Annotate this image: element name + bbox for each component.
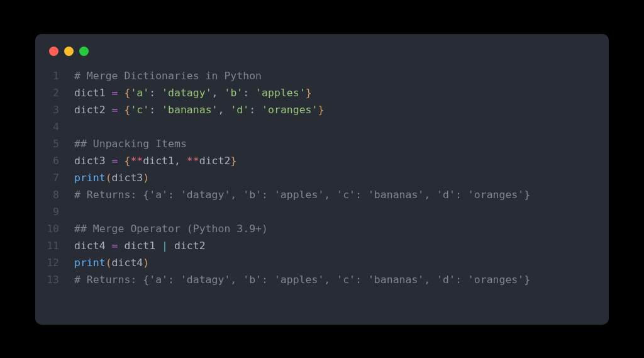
code-line: 3dict2 = {'c': 'bananas', 'd': 'oranges'… (35, 101, 609, 118)
code-line: 7print(dict3) (35, 169, 609, 186)
line-number: 6 (35, 152, 74, 169)
token-str: 'a' (130, 87, 149, 99)
code-content: # Returns: {'a': 'datagy', 'b': 'apples'… (74, 271, 530, 288)
code-line: 12print(dict4) (35, 254, 609, 271)
titlebar (35, 34, 609, 65)
token-str: 'c' (130, 104, 149, 116)
line-number: 3 (35, 101, 74, 118)
token-punc: : (249, 104, 262, 116)
token-def: dict2 (168, 240, 206, 252)
token-def: dict2 (199, 155, 231, 167)
line-number: 4 (35, 118, 74, 135)
token-comment: # Merge Dictionaries in Python (74, 70, 262, 82)
token-brace: ) (143, 257, 149, 269)
line-number: 7 (35, 169, 74, 186)
token-punc: , (218, 104, 231, 116)
token-comment: # Returns: {'a': 'datagy', 'b': 'apples'… (74, 189, 530, 201)
token-fn: print (74, 257, 106, 269)
token-brace: { (124, 155, 130, 167)
token-def: dict3 (112, 172, 143, 184)
token-str: 'oranges' (262, 104, 318, 116)
code-content: dict3 = {**dict1, **dict2} (74, 152, 236, 169)
code-editor[interactable]: 1# Merge Dictionaries in Python2dict1 = … (35, 65, 609, 301)
code-content: ## Unpacking Items (74, 135, 187, 152)
token-pipe: | (162, 240, 168, 252)
code-line: 10## Merge Operator (Python 3.9+) (35, 220, 609, 237)
code-line: 4 (35, 118, 609, 135)
token-punc (118, 104, 125, 116)
line-number: 13 (35, 271, 74, 288)
code-content: dict2 = {'c': 'bananas', 'd': 'oranges'} (74, 101, 324, 118)
code-line: 5## Unpacking Items (35, 135, 609, 152)
token-str: 'd' (230, 104, 249, 116)
line-number: 12 (35, 254, 74, 271)
token-str: 'b' (224, 87, 243, 99)
token-str: 'apples' (255, 87, 305, 99)
code-content: dict1 = {'a': 'datagy', 'b': 'apples'} (74, 84, 312, 101)
token-brace: ( (106, 257, 112, 269)
code-content: print(dict3) (74, 169, 149, 186)
token-def: dict2 (74, 104, 112, 116)
line-number: 9 (35, 203, 74, 220)
code-line: 2dict1 = {'a': 'datagy', 'b': 'apples'} (35, 84, 609, 101)
token-def: dict4 (112, 257, 143, 269)
token-op: = (112, 240, 118, 252)
token-def: dict4 (74, 240, 112, 252)
code-line: 6dict3 = {**dict1, **dict2} (35, 152, 609, 169)
token-punc (118, 155, 125, 167)
token-def: dict1 (74, 87, 112, 99)
token-fn: print (74, 172, 106, 184)
code-window: 1# Merge Dictionaries in Python2dict1 = … (35, 34, 609, 325)
code-content: ## Merge Operator (Python 3.9+) (74, 220, 268, 237)
token-op: = (112, 87, 118, 99)
token-punc: , (174, 155, 187, 167)
token-comment: ## Merge Operator (Python 3.9+) (74, 223, 268, 235)
code-content: # Merge Dictionaries in Python (74, 67, 262, 84)
code-line: 11dict4 = dict1 | dict2 (35, 237, 609, 254)
token-str: 'datagy' (162, 87, 211, 99)
zoom-icon[interactable] (79, 47, 89, 56)
token-def: dict1 (118, 240, 162, 252)
code-line: 1# Merge Dictionaries in Python (35, 67, 609, 84)
code-line: 13# Returns: {'a': 'datagy', 'b': 'apple… (35, 271, 609, 288)
token-brace: { (124, 87, 130, 99)
token-punc: : (243, 87, 255, 99)
token-op: = (112, 155, 118, 167)
token-def: dict3 (74, 155, 112, 167)
minimize-icon[interactable] (64, 47, 74, 56)
line-number: 11 (35, 237, 74, 254)
token-star: ** (187, 155, 199, 167)
token-punc: : (149, 104, 162, 116)
code-line: 8# Returns: {'a': 'datagy', 'b': 'apples… (35, 186, 609, 203)
code-content: print(dict4) (74, 254, 149, 271)
close-icon[interactable] (49, 47, 58, 56)
line-number: 2 (35, 84, 74, 101)
line-number: 5 (35, 135, 74, 152)
line-number: 1 (35, 67, 74, 84)
token-brace: } (318, 104, 324, 116)
token-op: = (112, 104, 118, 116)
code-line: 9 (35, 203, 609, 220)
token-comment: # Returns: {'a': 'datagy', 'b': 'apples'… (74, 274, 530, 286)
token-punc: , (212, 87, 225, 99)
token-punc (118, 87, 125, 99)
line-number: 10 (35, 220, 74, 237)
token-str: 'bananas' (162, 104, 218, 116)
token-brace: ) (143, 172, 149, 184)
code-content: # Returns: {'a': 'datagy', 'b': 'apples'… (74, 186, 530, 203)
token-star: ** (130, 155, 143, 167)
line-number: 8 (35, 186, 74, 203)
token-brace: { (124, 104, 130, 116)
token-brace: } (306, 87, 312, 99)
token-brace: ( (106, 172, 112, 184)
token-def: dict1 (143, 155, 174, 167)
token-comment: ## Unpacking Items (74, 138, 187, 150)
token-punc: : (149, 87, 162, 99)
token-brace: } (230, 155, 236, 167)
code-content: dict4 = dict1 | dict2 (74, 237, 206, 254)
